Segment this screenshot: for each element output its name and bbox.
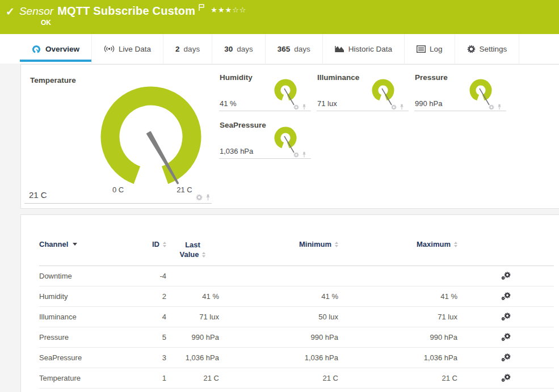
- channel-id: -4: [136, 272, 166, 280]
- content-area: Temperature 0 C 21 C 21 C Humidity: [0, 64, 559, 392]
- humidity-gauge: [273, 78, 300, 107]
- seapressure-gauge-widget: SeaPressure 1,036 hPa: [219, 119, 311, 159]
- channel-last-value: 71 lux: [166, 313, 219, 321]
- flag-icon[interactable]: [199, 3, 205, 13]
- widget-gear-icon[interactable]: [489, 104, 494, 110]
- widget-pin-icon[interactable]: [302, 104, 306, 110]
- sensor-header: ✓ Sensor MQTT Subscribe Custom ★★★☆☆ OK: [0, 0, 559, 34]
- tab-unit: days: [237, 45, 253, 53]
- tab-number: 365: [278, 45, 291, 53]
- widget-gear-icon[interactable]: [196, 194, 203, 201]
- status-badge: OK: [41, 19, 559, 27]
- widget-title: Illuminance: [317, 73, 359, 82]
- table-body: Downtime -4 Humidity 2 41 % 41 % 41 %: [39, 266, 554, 389]
- tab-365-days[interactable]: 365 days: [266, 34, 323, 64]
- column-label: Value: [180, 250, 199, 259]
- channel-minimum: 990 hPa: [219, 333, 338, 342]
- channel-minimum: 50 lux: [219, 313, 338, 321]
- channel-id: 1: [136, 374, 166, 382]
- pressure-gauge: [468, 78, 495, 107]
- channel-table-panel: Channel ID Last Value: [20, 214, 559, 392]
- channel-settings-gears-icon[interactable]: [501, 374, 511, 382]
- gauge-scale-max: 21 C: [172, 186, 197, 194]
- widget-pin-icon[interactable]: [302, 151, 306, 158]
- gauge-current-value: 71 lux: [317, 99, 337, 108]
- gauges-panel: Temperature 0 C 21 C 21 C Humidity: [20, 64, 559, 209]
- channel-last-value: 1,036 hPa: [166, 353, 219, 362]
- sensor-type-label: Sensor: [19, 5, 53, 18]
- widget-title: Humidity: [220, 73, 253, 82]
- channel-last-value: 41 %: [166, 292, 219, 301]
- tab-number: 2: [175, 45, 180, 53]
- widget-pin-icon[interactable]: [400, 104, 404, 110]
- tab-30-days[interactable]: 30 days: [212, 34, 266, 64]
- channel-minimum: 21 C: [219, 374, 338, 382]
- gauge-current-value: 1,036 hPa: [220, 147, 253, 155]
- gauge-icon: [32, 44, 41, 54]
- channel-settings-gears-icon[interactable]: [501, 353, 511, 362]
- status-check-icon: ✓: [6, 5, 15, 18]
- widget-gear-icon[interactable]: [391, 104, 397, 110]
- channel-settings-gears-icon[interactable]: [501, 313, 511, 321]
- channel-id: 4: [136, 313, 166, 321]
- channel-name[interactable]: Pressure: [39, 333, 136, 342]
- column-label: ID: [152, 240, 159, 248]
- widget-gear-icon[interactable]: [293, 152, 299, 158]
- column-label: Last: [185, 240, 200, 250]
- column-header-maximum[interactable]: Maximum: [338, 240, 457, 248]
- widget-pin-icon[interactable]: [497, 104, 502, 110]
- sort-icon[interactable]: [454, 242, 457, 247]
- pressure-gauge-widget: Pressure 990 hPa: [414, 71, 506, 111]
- column-header-channel[interactable]: Channel: [39, 240, 136, 248]
- channel-settings-gears-icon[interactable]: [501, 272, 511, 280]
- channel-name[interactable]: Downtime: [39, 272, 136, 280]
- table-row-pressure: Pressure 5 990 hPa 990 hPa 990 hPa: [39, 327, 554, 348]
- channel-maximum: 990 hPa: [338, 333, 457, 342]
- widget-title: Pressure: [415, 73, 448, 82]
- mini-gauges-grid: Humidity 41 % Illuminance 71 lux: [219, 69, 520, 208]
- stars-filled: ★★★: [211, 6, 232, 14]
- tab-log[interactable]: Log: [405, 34, 455, 64]
- tab-live-data[interactable]: Live Data: [92, 34, 163, 64]
- channel-settings-gears-icon[interactable]: [501, 292, 511, 301]
- sort-icon[interactable]: [202, 252, 205, 258]
- channel-id: 3: [136, 353, 166, 362]
- tab-label: Log: [430, 45, 443, 53]
- tab-overview[interactable]: Overview: [20, 34, 92, 64]
- tab-number: 30: [224, 45, 233, 53]
- channel-name[interactable]: Temperature: [39, 374, 136, 382]
- tab-label: Historic Data: [348, 45, 392, 53]
- channel-name[interactable]: SeaPressure: [39, 353, 136, 362]
- priority-stars[interactable]: ★★★☆☆: [211, 6, 246, 14]
- live-data-icon: [104, 45, 115, 53]
- column-header-last-value[interactable]: Last Value: [166, 240, 219, 259]
- channel-table: Channel ID Last Value: [39, 240, 554, 389]
- channel-maximum: 21 C: [338, 374, 457, 382]
- widget-pin-icon[interactable]: [205, 194, 211, 201]
- channel-settings-gears-icon[interactable]: [501, 333, 511, 342]
- seapressure-gauge: [273, 125, 300, 155]
- gauge-current-value: 41 %: [220, 99, 237, 108]
- tab-historic-data[interactable]: Historic Data: [323, 34, 405, 64]
- channel-minimum: 41 %: [219, 292, 338, 301]
- table-row-downtime: Downtime -4: [39, 266, 554, 286]
- channel-id: 2: [136, 292, 166, 301]
- gauge-scale-min: 0 C: [108, 186, 128, 194]
- widget-gear-icon[interactable]: [293, 104, 299, 110]
- column-label: Channel: [39, 240, 68, 248]
- channel-name[interactable]: Humidity: [39, 292, 136, 301]
- historic-data-icon: [335, 45, 344, 53]
- tab-2-days[interactable]: 2 days: [163, 34, 212, 64]
- temperature-gauge: [94, 80, 208, 185]
- column-label: Maximum: [417, 240, 451, 248]
- column-label: Minimum: [299, 240, 331, 248]
- column-header-minimum[interactable]: Minimum: [219, 240, 338, 248]
- tab-settings[interactable]: Settings: [455, 34, 520, 64]
- log-icon: [417, 45, 426, 53]
- tab-unit: days: [294, 45, 310, 53]
- channel-minimum: 1,036 hPa: [219, 353, 338, 362]
- column-header-id[interactable]: ID: [136, 240, 166, 248]
- illuminance-gauge: [371, 78, 398, 107]
- channel-name[interactable]: Illuminance: [39, 313, 136, 321]
- gear-icon: [467, 45, 476, 53]
